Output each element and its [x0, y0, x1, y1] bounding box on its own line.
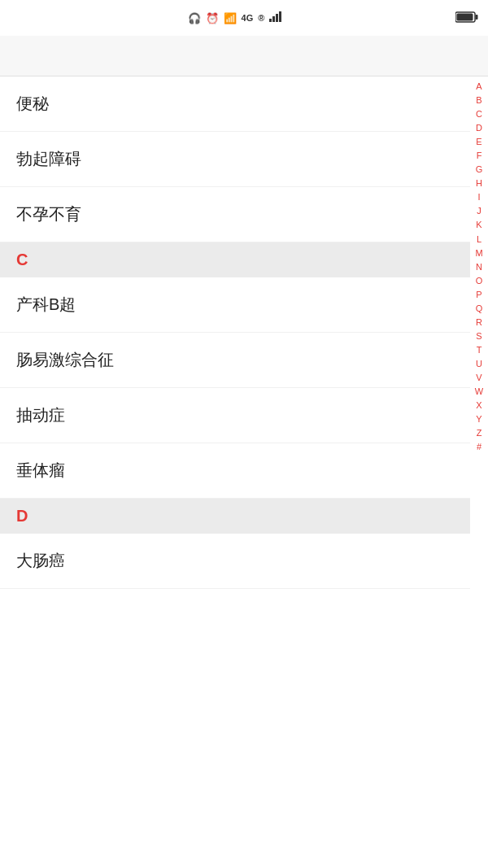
alpha-index-item-T[interactable]: T [471, 343, 487, 357]
alpha-index-item-R[interactable]: R [471, 316, 487, 329]
alpha-index-item-Q[interactable]: Q [471, 302, 487, 316]
status-center: 🎧 ⏰ 📶 4G ® [183, 11, 283, 24]
list-item[interactable]: 便秘 [0, 76, 470, 132]
section-header-C: C [0, 242, 470, 277]
status-bar: 🎧 ⏰ 📶 4G ® [0, 0, 488, 36]
list-item[interactable]: 抽动症 [0, 388, 470, 443]
alpha-index-item-X[interactable]: X [471, 399, 487, 412]
alpha-index[interactable]: ABCDEFGHIJKLMNOPQRSTUVWXYZ# [470, 76, 488, 457]
signal-bars-icon [269, 11, 282, 24]
alpha-index-item-C[interactable]: C [471, 107, 487, 121]
alpha-index-item-V[interactable]: V [471, 371, 487, 385]
alpha-index-item-D[interactable]: D [471, 121, 487, 135]
alpha-index-item-H[interactable]: H [471, 177, 487, 190]
list-item[interactable]: 垂体瘤 [0, 443, 470, 499]
list-item[interactable]: 产科B超 [0, 277, 470, 333]
alpha-index-item-B[interactable]: B [471, 94, 487, 107]
headphone-icon: 🎧 [188, 12, 201, 24]
svg-rect-5 [475, 15, 477, 20]
alpha-index-item-K[interactable]: K [471, 218, 487, 232]
svg-rect-0 [269, 19, 272, 22]
svg-rect-2 [276, 14, 278, 22]
battery-icon [455, 11, 478, 25]
alpha-index-item-P[interactable]: P [471, 288, 487, 302]
alpha-index-item-U[interactable]: U [471, 357, 487, 371]
alpha-index-item-Y[interactable]: Y [471, 412, 487, 426]
alpha-index-item-I[interactable]: I [471, 190, 487, 204]
alpha-index-item-M[interactable]: M [471, 246, 487, 260]
alpha-index-item-F[interactable]: F [471, 149, 487, 163]
registered-icon: ® [258, 13, 264, 23]
alpha-index-item-E[interactable]: E [471, 135, 487, 149]
svg-rect-6 [456, 13, 473, 20]
alpha-index-item-Z[interactable]: Z [471, 426, 487, 440]
alpha-index-item-S[interactable]: S [471, 329, 487, 343]
search-header [0, 36, 488, 76]
alpha-index-item-A[interactable]: A [471, 80, 487, 94]
svg-rect-3 [279, 11, 281, 22]
alpha-index-item-W[interactable]: W [471, 385, 487, 399]
alpha-index-item-L[interactable]: L [471, 233, 487, 246]
status-right [455, 11, 478, 25]
list-item[interactable]: 肠易激综合征 [0, 333, 470, 388]
alpha-index-item-#[interactable]: # [471, 440, 487, 454]
alpha-index-item-G[interactable]: G [471, 163, 487, 177]
svg-rect-1 [272, 16, 275, 22]
alpha-index-item-O[interactable]: O [471, 274, 487, 288]
wifi-icon: 📶 [224, 12, 237, 24]
list-container: 便秘勃起障碍不孕不育C产科B超肠易激综合征抽动症垂体瘤D大肠癌 [0, 76, 488, 868]
list-item[interactable]: 勃起障碍 [0, 132, 470, 187]
alpha-index-item-J[interactable]: J [471, 204, 487, 218]
section-header-D: D [0, 499, 470, 534]
alpha-index-item-N[interactable]: N [471, 260, 487, 274]
signal-icon: 4G [242, 13, 254, 23]
alarm-icon: ⏰ [206, 12, 219, 24]
list-item[interactable]: 大肠癌 [0, 534, 470, 589]
list-item[interactable]: 不孕不育 [0, 187, 470, 242]
